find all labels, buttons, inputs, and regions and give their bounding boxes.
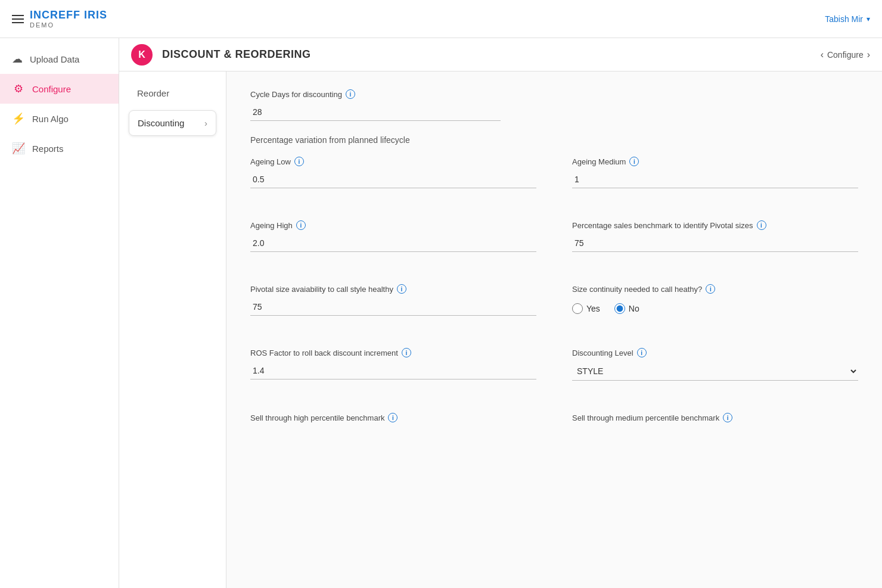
size-continuity-yes-radio[interactable] xyxy=(572,303,583,314)
ageing-medium-info-icon[interactable]: i xyxy=(629,157,639,166)
sidebar-item-label-upload: Upload Data xyxy=(30,54,79,64)
pivotal-avail-info-icon[interactable]: i xyxy=(397,284,406,294)
size-continuity-no-text: No xyxy=(629,304,639,313)
ageing-high-label: Ageing High i xyxy=(250,220,536,230)
section-header-variation: Percentage variation from planned lifecy… xyxy=(250,135,858,145)
sidebar-item-label-configure: Configure xyxy=(32,84,71,94)
left-panel: Reorder Discounting › xyxy=(119,71,226,588)
ros-factor-group: ROS Factor to roll back discount increme… xyxy=(250,348,536,381)
gear-icon: ⚙ xyxy=(12,82,25,95)
hamburger-menu[interactable] xyxy=(12,15,24,23)
configure-nav-label[interactable]: Configure xyxy=(827,50,864,60)
panel-item-reorder[interactable]: Reorder xyxy=(129,81,216,105)
chevron-down-icon: ▾ xyxy=(867,15,870,23)
ageing-medium-input[interactable] xyxy=(572,171,858,188)
form-grid: Ageing Low i Ageing Medium i xyxy=(250,157,858,441)
size-continuity-label: Size continuity needed to call heathy? i xyxy=(572,284,858,294)
discounting-level-select[interactable]: STYLE SKU CATEGORY xyxy=(572,362,858,381)
sell-through-medium-info-icon[interactable]: i xyxy=(723,413,732,422)
page-header: K DISCOUNT & REORDERING ‹ Configure › xyxy=(119,38,882,71)
sidebar-item-run-algo[interactable]: ⚡ Run Algo xyxy=(0,104,119,133)
pct-sales-benchmark-input[interactable] xyxy=(572,235,858,252)
cycle-days-label: Cycle Days for discounting i xyxy=(250,89,501,99)
sell-through-medium-label: Sell through medium percentile benchmark… xyxy=(572,413,858,422)
brand-sub: DEMO xyxy=(30,21,107,29)
pct-sales-benchmark-label: Percentage sales benchmark to identify P… xyxy=(572,220,858,230)
sidebar-item-label-run-algo: Run Algo xyxy=(32,114,69,124)
content-area: Reorder Discounting › Cycle Days for dis… xyxy=(119,71,882,588)
main-layout: ☁ Upload Data ⚙ Configure ⚡ Run Algo 📈 R… xyxy=(0,38,882,588)
discounting-level-group: Discounting Level i STYLE SKU CATEGORY xyxy=(572,348,858,381)
ageing-medium-group: Ageing Medium i xyxy=(572,157,858,188)
run-algo-icon: ⚡ xyxy=(12,112,25,125)
discounting-level-label: Discounting Level i xyxy=(572,348,858,357)
pct-sales-info-icon[interactable]: i xyxy=(757,220,766,230)
avatar: K xyxy=(131,44,153,66)
panel-item-discounting[interactable]: Discounting › xyxy=(129,110,216,136)
size-continuity-yes-text: Yes xyxy=(586,304,600,313)
ageing-medium-label: Ageing Medium i xyxy=(572,157,858,166)
ageing-low-input[interactable] xyxy=(250,171,536,188)
chevron-right-icon[interactable]: › xyxy=(867,49,870,60)
brand-logo: INCREFF IRIS DEMO xyxy=(30,9,107,29)
ageing-high-input[interactable] xyxy=(250,235,536,252)
ageing-high-info-icon[interactable]: i xyxy=(296,220,306,230)
main-area: K DISCOUNT & REORDERING ‹ Configure › Re… xyxy=(119,38,882,588)
sell-through-medium-group: Sell through medium percentile benchmark… xyxy=(572,413,858,427)
sidebar-item-configure[interactable]: ⚙ Configure xyxy=(0,74,119,104)
pct-sales-benchmark-group: Percentage sales benchmark to identify P… xyxy=(572,220,858,252)
pivotal-avail-input[interactable] xyxy=(250,298,536,316)
ageing-low-info-icon[interactable]: i xyxy=(294,157,304,166)
pivotal-avail-label: Pivotal size avaiability to call style h… xyxy=(250,284,536,294)
form-area: Cycle Days for discounting i Percentage … xyxy=(226,71,882,588)
ros-factor-input[interactable] xyxy=(250,362,536,379)
size-continuity-group: Size continuity needed to call heathy? i… xyxy=(572,284,858,316)
chevron-right-icon: › xyxy=(204,118,207,128)
ageing-low-label: Ageing Low i xyxy=(250,157,536,166)
sell-through-high-info-icon[interactable]: i xyxy=(388,413,397,422)
nav-left: INCREFF IRIS DEMO xyxy=(12,9,107,29)
sidebar-item-label-reports: Reports xyxy=(32,144,64,154)
reports-icon: 📈 xyxy=(12,142,25,155)
top-navbar: INCREFF IRIS DEMO Tabish Mir ▾ xyxy=(0,0,882,38)
chevron-left-icon[interactable]: ‹ xyxy=(821,49,824,60)
cycle-days-group: Cycle Days for discounting i xyxy=(250,89,501,121)
size-continuity-no-radio[interactable] xyxy=(614,303,625,314)
configure-nav: ‹ Configure › xyxy=(821,49,870,60)
sidebar-item-upload-data[interactable]: ☁ Upload Data xyxy=(0,44,119,74)
panel-item-label-discounting: Discounting xyxy=(138,118,184,128)
cycle-days-info-icon[interactable]: i xyxy=(346,89,355,99)
user-menu[interactable]: Tabish Mir ▾ xyxy=(825,14,870,24)
size-continuity-no-label[interactable]: No xyxy=(614,303,639,314)
sell-through-high-group: Sell through high percentile benchmark i xyxy=(250,413,536,427)
size-continuity-yes-label[interactable]: Yes xyxy=(572,303,600,314)
panel-item-label-reorder: Reorder xyxy=(137,88,169,98)
brand-name: INCREFF IRIS xyxy=(30,9,107,21)
page-title: DISCOUNT & REORDERING xyxy=(162,48,821,61)
pivotal-avail-group: Pivotal size avaiability to call style h… xyxy=(250,284,536,316)
size-continuity-info-icon[interactable]: i xyxy=(706,284,715,294)
sidebar: ☁ Upload Data ⚙ Configure ⚡ Run Algo 📈 R… xyxy=(0,38,119,588)
ros-factor-info-icon[interactable]: i xyxy=(402,348,411,357)
ageing-high-group: Ageing High i xyxy=(250,220,536,252)
discounting-level-info-icon[interactable]: i xyxy=(637,348,647,357)
upload-icon: ☁ xyxy=(12,52,23,66)
cycle-days-input[interactable] xyxy=(250,104,501,121)
user-name: Tabish Mir xyxy=(825,14,863,24)
size-continuity-radio-group: Yes No xyxy=(572,303,858,314)
ros-factor-label: ROS Factor to roll back discount increme… xyxy=(250,348,536,357)
sell-through-high-label: Sell through high percentile benchmark i xyxy=(250,413,536,422)
sidebar-item-reports[interactable]: 📈 Reports xyxy=(0,133,119,163)
ageing-low-group: Ageing Low i xyxy=(250,157,536,188)
